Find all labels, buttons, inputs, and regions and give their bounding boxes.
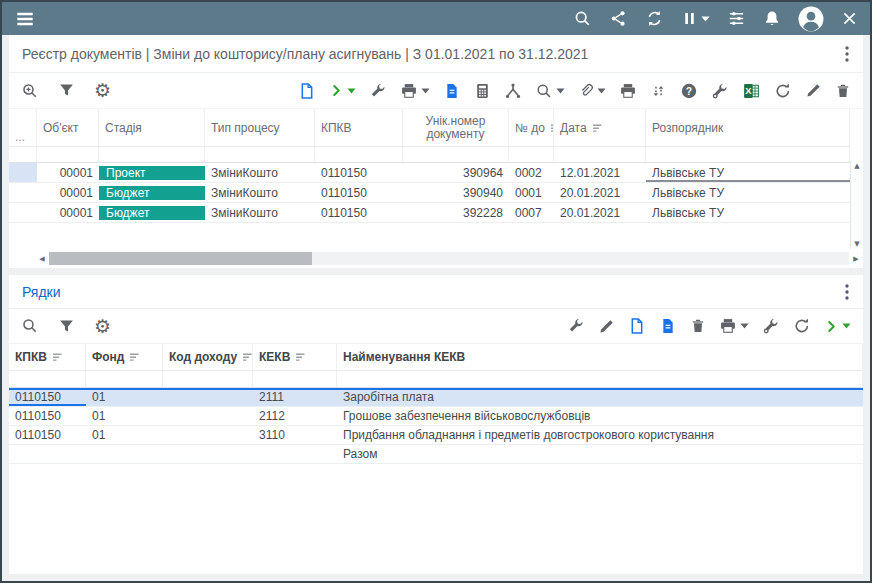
scroll-down-icon[interactable]: ▼ [854, 240, 859, 248]
cell-kekv: 3110 [253, 426, 337, 444]
reorder-arrows-icon[interactable] [650, 82, 667, 100]
share-icon[interactable] [609, 9, 628, 28]
table-row-total[interactable]: Разом [9, 445, 863, 464]
filter-cell[interactable] [9, 147, 37, 162]
column-header-stage[interactable]: Стадія [99, 109, 205, 146]
pause-button[interactable] [681, 10, 710, 27]
filter-cell[interactable] [205, 147, 315, 162]
filter-icon[interactable] [58, 318, 75, 335]
new-document-icon[interactable] [628, 317, 646, 335]
close-icon[interactable] [841, 10, 858, 27]
rows-panel: Рядки ⚙ [9, 275, 863, 574]
scroll-right-icon[interactable]: ▶ [849, 255, 863, 263]
column-header-kekv-name[interactable]: Найменування КЕКВ [337, 344, 863, 370]
zoom-search-icon[interactable] [21, 82, 39, 100]
edit-pencil-icon[interactable] [805, 82, 822, 99]
service-wrench-icon[interactable] [762, 317, 780, 335]
calculator-icon[interactable] [474, 82, 491, 100]
print-button[interactable] [719, 317, 749, 335]
sync-icon[interactable] [645, 9, 664, 28]
table-row[interactable]: 0110150 01 2111 Заробітна плата [9, 388, 863, 407]
filter-cell[interactable] [86, 371, 163, 387]
column-header-kekv[interactable]: КЕКВ [253, 344, 337, 370]
filter-list-icon[interactable] [727, 9, 746, 28]
empty-rows-area [9, 223, 850, 249]
tools-wrench-icon[interactable] [369, 82, 387, 100]
column-header-fund[interactable]: Фонд [86, 344, 163, 370]
row-selector-cell[interactable] [9, 163, 37, 182]
print-button[interactable] [400, 82, 430, 100]
attachment-button[interactable] [578, 82, 606, 100]
column-header-kpkv[interactable]: КПКВ [9, 344, 86, 370]
refresh-icon[interactable] [793, 317, 811, 335]
cell-kpkv: 0110150 [315, 203, 403, 222]
filter-icon[interactable] [58, 82, 75, 99]
filter-cell[interactable] [554, 147, 646, 162]
table-row[interactable]: 0110150 01 2112 Грошове забезпечення вій… [9, 407, 863, 426]
filter-cell[interactable] [403, 147, 509, 162]
scroll-thumb[interactable] [49, 252, 312, 265]
documents-table: ... Об'єкт Стадія Тип процесу КПКВ Унік.… [9, 109, 863, 249]
table-row[interactable]: 00001 Проект ЗміниКошто 0110150 390964 0… [9, 163, 850, 183]
scroll-left-icon[interactable]: ◀ [35, 255, 49, 263]
notifications-icon[interactable] [763, 9, 781, 28]
delete-trash-icon[interactable] [690, 317, 706, 335]
document-view-icon[interactable] [659, 317, 677, 335]
row-selector-cell[interactable] [9, 183, 37, 202]
excel-export-icon[interactable]: X [742, 82, 761, 100]
column-header-doc-number[interactable]: Унік.номер документу [403, 109, 509, 146]
settings-gear-icon[interactable]: ⚙ [94, 317, 111, 336]
app-window: Реєстр документів | Зміни до кошторису/п… [0, 0, 872, 583]
new-document-icon[interactable] [298, 82, 316, 100]
filter-cell[interactable] [253, 371, 337, 387]
column-header-more[interactable]: ... [9, 109, 37, 146]
search-icon[interactable] [21, 317, 39, 335]
search-lookup-button[interactable] [535, 82, 565, 100]
filter-cell[interactable] [315, 147, 403, 162]
cell-fund: 01 [86, 426, 163, 444]
edit-pencil-icon[interactable] [598, 318, 615, 335]
scroll-up-icon[interactable]: ▲ [854, 162, 859, 170]
table-row[interactable]: 0110150 01 3110 Придбання обладнання і п… [9, 426, 863, 445]
column-header-manager[interactable]: Розпорядник [646, 109, 850, 146]
table-row[interactable]: 00001 Бюджет ЗміниКошто 0110150 390940 0… [9, 183, 850, 203]
filter-cell[interactable] [99, 147, 205, 162]
menu-icon[interactable] [14, 8, 36, 30]
scroll-track[interactable] [49, 252, 849, 265]
filter-cell[interactable] [646, 147, 850, 162]
column-header-process-type[interactable]: Тип процесу [205, 109, 315, 146]
kebab-menu-icon[interactable] [837, 42, 857, 66]
help-icon[interactable]: ? [680, 82, 698, 100]
filter-cell[interactable] [37, 147, 99, 162]
filter-cell[interactable] [509, 147, 554, 162]
column-header-number[interactable]: № до [509, 109, 554, 146]
filter-cell[interactable] [337, 371, 863, 387]
filter-cell[interactable] [9, 371, 86, 387]
delete-trash-icon[interactable] [835, 82, 851, 100]
stage-badge: Бюджет [99, 186, 205, 200]
column-header-date[interactable]: Дата [554, 109, 646, 146]
column-header-object[interactable]: Об'єкт [37, 109, 99, 146]
run-button[interactable] [329, 83, 356, 98]
service-wrench-icon[interactable] [711, 82, 729, 100]
column-header-income-code[interactable]: Код доходу [163, 344, 253, 370]
row-selector-cell[interactable] [9, 203, 37, 222]
registry-panel: Реєстр документів | Зміни до кошторису/п… [9, 35, 863, 268]
kebab-menu-icon[interactable] [837, 280, 857, 304]
run-button[interactable] [824, 319, 851, 334]
vertical-scrollbar[interactable]: ▲ ▼ [850, 161, 863, 249]
settings-gear-icon[interactable]: ⚙ [94, 81, 111, 100]
hierarchy-icon[interactable] [504, 82, 522, 100]
tools-wrench-icon[interactable] [567, 317, 585, 335]
print-document-icon[interactable] [619, 82, 637, 100]
document-view-icon[interactable] [443, 82, 461, 100]
table-row[interactable]: 00001 Бюджет ЗміниКошто 0110150 392228 0… [9, 203, 850, 223]
column-header-kpkv[interactable]: КПКВ [315, 109, 403, 146]
search-icon[interactable] [573, 9, 592, 28]
cell-number: 0001 [509, 183, 554, 202]
filter-cell[interactable] [163, 371, 253, 387]
account-icon[interactable] [798, 6, 824, 32]
horizontal-scrollbar[interactable]: ◀ ▶ [9, 249, 863, 268]
cell-fund: 01 [86, 407, 163, 425]
refresh-icon[interactable] [774, 82, 792, 100]
